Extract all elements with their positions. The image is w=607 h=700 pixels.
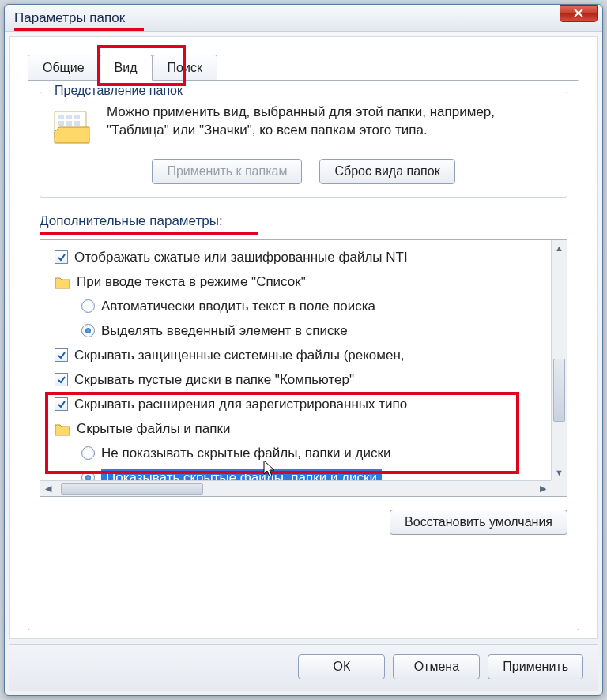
group-description: Можно применить вид, выбранный для этой …: [107, 103, 557, 148]
tree-label: Выделять введенный элемент в списке: [101, 323, 348, 339]
svg-rect-5: [66, 121, 72, 126]
tree-item-dont-show-hidden[interactable]: Не показывать скрытые файлы, папки и дис…: [55, 441, 564, 465]
tree-item[interactable]: Скрывать защищенные системные файлы (рек…: [55, 343, 564, 367]
tree-item[interactable]: Выделять введенный элемент в списке: [55, 318, 564, 343]
tree-label: Не показывать скрытые файлы, папки и дис…: [101, 446, 390, 461]
tree-item[interactable]: Автоматически вводить текст в поле поиск…: [55, 294, 564, 318]
tree-item[interactable]: Скрывать пустые диски в папке "Компьютер…: [55, 367, 564, 392]
advanced-section: Дополнительные параметры: Отображать сжа…: [40, 213, 567, 535]
tree-label: Автоматически вводить текст в поле поиск…: [101, 299, 375, 314]
tree-label: Отображать сжатые или зашифрованные файл…: [74, 250, 408, 265]
annotation-underline: [14, 28, 144, 31]
tab-strip: Общие Вид Поиск: [28, 51, 579, 80]
scroll-down-icon[interactable]: ▼: [552, 465, 567, 480]
apply-to-folders-button[interactable]: Применить к папкам: [152, 159, 302, 184]
scroll-left-icon[interactable]: ◀: [40, 481, 56, 496]
tree-label: Скрывать пустые диски в папке "Компьютер…: [74, 372, 354, 388]
cancel-button[interactable]: Отмена: [393, 654, 480, 679]
annotation-underline-2: [40, 232, 258, 235]
tree-item[interactable]: Отображать сжатые или зашифрованные файл…: [55, 245, 564, 269]
tree-item-folder[interactable]: При вводе текста в режиме "Список": [55, 269, 564, 294]
folder-large-icon: [50, 103, 94, 148]
radio-checked-icon[interactable]: [81, 324, 95, 337]
tree-item[interactable]: Скрывать расширения для зарегистрированн…: [55, 392, 564, 416]
scroll-right-icon[interactable]: ▶: [535, 481, 551, 496]
folder-icon: [55, 422, 70, 436]
scroll-thumb[interactable]: [553, 359, 565, 422]
folder-options-dialog: Параметры папок Общие Вид Поиск Представ…: [4, 4, 603, 696]
close-icon: [574, 9, 583, 17]
tab-view[interactable]: Вид: [100, 55, 153, 81]
checkbox-checked-icon[interactable]: [55, 397, 68, 411]
dialog-content: Общие Вид Поиск Представление папок: [9, 36, 598, 639]
checkbox-checked-icon[interactable]: [55, 348, 68, 362]
advanced-label: Дополнительные параметры:: [40, 213, 223, 229]
radio-unchecked-icon[interactable]: [81, 446, 95, 460]
radio-unchecked-icon[interactable]: [81, 299, 95, 313]
scroll-corner: [551, 480, 567, 496]
tab-search[interactable]: Поиск: [153, 55, 217, 80]
horizontal-scrollbar[interactable]: ◀ ▶: [40, 480, 551, 496]
restore-defaults-button[interactable]: Восстановить умолчания: [390, 510, 567, 535]
window-title: Параметры папок: [14, 10, 125, 26]
tab-general[interactable]: Общие: [28, 55, 100, 80]
dialog-button-bar: ОК Отмена Применить: [9, 644, 598, 691]
vertical-scrollbar[interactable]: ▲ ▼: [551, 240, 567, 480]
checkbox-checked-icon[interactable]: [55, 373, 68, 386]
scroll-thumb[interactable]: [61, 483, 203, 495]
tree-label: Скрытые файлы и папки: [77, 421, 230, 437]
tree-item-folder-hidden[interactable]: Скрытые файлы и папки: [55, 416, 564, 441]
apply-button[interactable]: Применить: [488, 654, 583, 679]
svg-rect-6: [74, 121, 80, 126]
ok-button[interactable]: ОК: [298, 654, 385, 679]
titlebar: Параметры папок: [5, 5, 602, 32]
svg-rect-3: [74, 115, 80, 119]
svg-rect-4: [58, 121, 64, 126]
tree-label: При вводе текста в режиме "Список": [77, 274, 306, 290]
group-title: Представление папок: [50, 84, 187, 98]
close-button[interactable]: [560, 5, 598, 22]
scroll-up-icon[interactable]: ▲: [552, 240, 567, 256]
svg-rect-1: [58, 115, 64, 119]
svg-rect-2: [66, 115, 72, 119]
folder-icon: [55, 275, 70, 289]
reset-folders-button[interactable]: Сброс вида папок: [319, 159, 454, 184]
tree-label: Скрывать расширения для зарегистрированн…: [74, 397, 407, 412]
tree-label: Скрывать защищенные системные файлы (рек…: [74, 348, 405, 363]
folder-views-group: Представление папок Можно применить вид,…: [40, 92, 567, 198]
advanced-settings-tree: Отображать сжатые или зашифрованные файл…: [40, 239, 567, 497]
checkbox-checked-icon[interactable]: [55, 250, 68, 264]
tab-panel-view: Представление папок Можно применить вид,…: [28, 80, 579, 630]
